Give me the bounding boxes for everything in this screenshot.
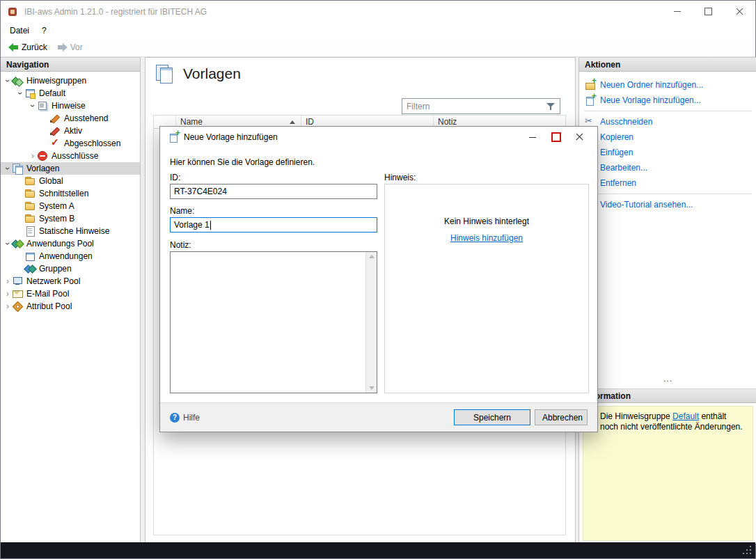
new-folder-icon — [585, 79, 596, 90]
window-title: IBI-aws Admin 1.21.0 - registriert für I… — [24, 7, 661, 17]
tree-item-netzwerk-pool[interactable]: Netzwerk Pool — [1, 275, 140, 288]
title-bar: IBI-aws Admin 1.21.0 - registriert für I… — [1, 1, 755, 22]
filter-input[interactable] — [402, 100, 545, 113]
back-arrow-icon — [8, 43, 19, 52]
action-video-tutorial[interactable]: Video-Tutorial ansehen... — [579, 197, 756, 212]
hinweis-empty-text: Kein Hinweis hinterlegt — [385, 184, 588, 226]
menu-datei[interactable]: Datei — [3, 24, 36, 37]
action-new-template[interactable]: Neue Vorlage hinzufügen... — [579, 93, 756, 108]
action-paste[interactable]: Einfügen — [579, 145, 756, 160]
tree-item-ausschluesse[interactable]: Ausschlüsse — [1, 150, 140, 162]
new-template-dialog: Neue Vorlage hinzufügen Hier können Sie … — [159, 126, 598, 432]
folder-icon — [24, 213, 36, 224]
maximize-icon[interactable] — [693, 1, 724, 22]
tree-item-vorlagen[interactable]: Vorlagen — [1, 162, 140, 175]
email-pool-icon — [12, 288, 23, 299]
close-icon[interactable] — [724, 1, 755, 22]
note-label: Notiz: — [170, 240, 191, 250]
save-button[interactable]: Speichern — [454, 409, 530, 425]
id-input[interactable]: RT-37C4E024 — [170, 184, 377, 199]
resize-grip-icon[interactable] — [750, 553, 751, 554]
groups-icon — [24, 263, 36, 274]
status-bar — [1, 542, 755, 558]
tree-item-abgeschlossen[interactable]: Abgeschlossen — [1, 137, 140, 150]
toolbar: Zurück Vor — [1, 38, 755, 57]
dialog-maximize-icon[interactable] — [544, 129, 568, 145]
chevron-expanded-icon[interactable] — [3, 163, 12, 174]
chevron-collapsed-icon[interactable] — [3, 288, 12, 299]
tree-item-anwendungs-pool[interactable]: Anwendungs Pool — [1, 237, 140, 250]
chevron-collapsed-icon[interactable] — [29, 150, 37, 162]
chevron-collapsed-icon[interactable] — [3, 276, 12, 287]
action-remove[interactable]: Entfernen — [579, 175, 756, 191]
sort-ascending-icon — [290, 120, 295, 124]
navigation-tree: Hinweisgruppen Default Hinweise Ausstehe… — [1, 72, 140, 313]
actions-list: Neuen Ordner hinzufügen... Neue Vorlage … — [579, 72, 756, 212]
cancel-button[interactable]: Abbrechen — [535, 409, 588, 425]
action-edit[interactable]: Bearbeiten... — [579, 160, 756, 175]
tree-item-email-pool[interactable]: E-Mail Pool — [1, 288, 140, 300]
scroll-down-icon[interactable] — [369, 386, 375, 390]
back-button[interactable]: Zurück — [3, 39, 52, 56]
notice-groups-icon — [12, 75, 23, 86]
exclusions-icon — [37, 150, 48, 162]
tree-item-global[interactable]: Global — [1, 175, 140, 187]
overflow-indicator: ... — [579, 374, 756, 384]
tree-item-hinweisgruppen[interactable]: Hinweisgruppen — [1, 74, 140, 87]
default-group-link[interactable]: Default — [672, 411, 699, 421]
tree-item-default[interactable]: Default — [1, 87, 140, 100]
tree-item-aktiv[interactable]: Aktiv — [1, 125, 140, 137]
dialog-minimize-icon[interactable] — [521, 129, 544, 145]
tree-item-schnittstellen[interactable]: Schnittstellen — [1, 187, 140, 200]
tree-item-ausstehend[interactable]: Ausstehend — [1, 112, 140, 125]
navigation-header: Navigation — [1, 57, 140, 72]
dialog-footer: ? Hilfe Speichern Abbrechen — [160, 402, 597, 432]
folder-icon — [24, 200, 36, 212]
information-message: Die Hinweisgruppe Default enthält noch n… — [600, 411, 743, 432]
tree-item-hinweise[interactable]: Hinweise — [1, 100, 140, 112]
scrollbar[interactable] — [365, 252, 377, 393]
tree-item-gruppen[interactable]: Gruppen — [1, 262, 140, 275]
templates-page-icon — [155, 65, 176, 83]
chevron-collapsed-icon[interactable] — [3, 301, 12, 312]
chevron-expanded-icon[interactable] — [16, 88, 24, 99]
hinweis-panel: Kein Hinweis hinterlegt Hinweis hinzufüg… — [384, 184, 589, 393]
app-icon — [8, 6, 19, 17]
help-icon: ? — [170, 413, 180, 423]
pending-icon — [49, 113, 61, 124]
app-window: IBI-aws Admin 1.21.0 - registriert für I… — [0, 0, 756, 559]
completed-icon — [49, 138, 61, 149]
action-cut[interactable]: Ausschneiden — [579, 114, 756, 129]
information-header: Information — [579, 388, 756, 403]
hinweis-label: Hinweis: — [384, 173, 416, 182]
text-caret — [210, 221, 211, 230]
add-hinweis-link[interactable]: Hinweis hinzufügen — [450, 233, 523, 243]
action-new-folder[interactable]: Neuen Ordner hinzufügen... — [579, 77, 756, 93]
actions-panel: Aktionen Neuen Ordner hinzufügen... Neue… — [578, 57, 756, 544]
filter-funnel-icon[interactable] — [545, 102, 556, 111]
scroll-up-icon[interactable] — [369, 255, 375, 258]
information-section: Information i Die Hinweisgruppe Default … — [579, 388, 756, 544]
action-copy[interactable]: Kopieren — [579, 129, 756, 145]
tree-item-attribut-pool[interactable]: Attribut Pool — [1, 300, 140, 313]
tree-item-anwendungen[interactable]: Anwendungen — [1, 250, 140, 262]
tree-item-statische-hinweise[interactable]: Statische Hinweise — [1, 225, 140, 237]
tree-item-system-b[interactable]: System B — [1, 212, 140, 225]
chevron-expanded-icon[interactable] — [29, 100, 37, 111]
new-template-icon — [585, 95, 596, 106]
application-pool-icon — [12, 238, 23, 249]
dialog-close-icon[interactable] — [568, 129, 592, 145]
tree-item-system-a[interactable]: System A — [1, 200, 140, 212]
navigation-panel: Navigation Hinweisgruppen Default Hinwei… — [1, 57, 141, 544]
actions-divider — [584, 194, 752, 194]
help-link[interactable]: ? Hilfe — [170, 413, 200, 423]
dialog-subtitle: Hier können Sie die Vorlage definieren. — [170, 157, 315, 167]
forward-button[interactable]: Vor — [52, 39, 88, 56]
page-title: Vorlagen — [183, 65, 241, 82]
notice-group-icon — [24, 88, 36, 99]
note-input[interactable] — [170, 251, 377, 393]
minimize-icon[interactable] — [661, 1, 693, 22]
name-input[interactable]: Vorlage 1 — [170, 217, 377, 233]
menu-bar: Datei ? — [1, 22, 755, 38]
menu-help[interactable]: ? — [36, 24, 53, 37]
